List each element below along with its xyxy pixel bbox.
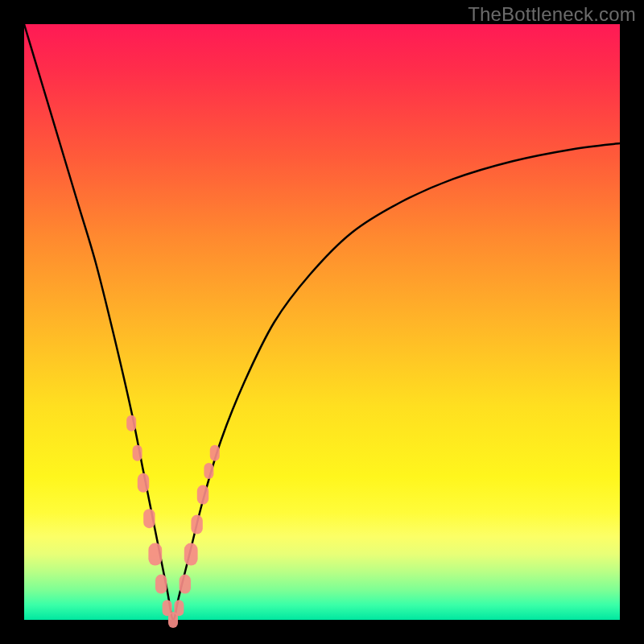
marker — [191, 515, 202, 535]
bottleneck-curve-path — [24, 24, 620, 620]
bottleneck-curve — [24, 24, 620, 620]
chart-frame: TheBottleneck.com — [0, 0, 644, 644]
marker — [138, 473, 149, 493]
marker — [133, 445, 142, 461]
watermark-text: TheBottleneck.com — [468, 3, 636, 26]
marker — [155, 575, 167, 594]
marker — [148, 543, 162, 566]
marker — [143, 509, 155, 528]
marker — [210, 445, 220, 461]
marker — [204, 463, 213, 479]
plot-area — [24, 24, 620, 620]
marker — [174, 600, 184, 616]
marker-cluster — [126, 415, 220, 628]
marker — [197, 485, 208, 505]
marker — [180, 575, 191, 594]
marker — [184, 543, 198, 566]
marker — [126, 415, 136, 431]
curve-layer — [24, 24, 620, 620]
